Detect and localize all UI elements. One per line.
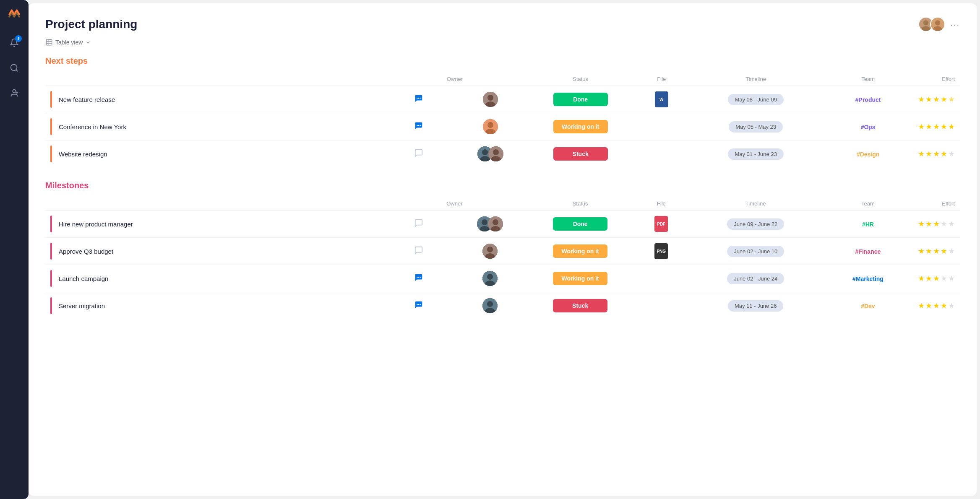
row-name: Launch campaign [59, 275, 108, 282]
star-filled: ★ [933, 301, 940, 310]
svg-point-13 [420, 97, 421, 99]
row-timeline-cell: June 02 - June 10 [688, 238, 823, 265]
section-table: Owner Status File Timeline Team Effort H… [45, 197, 960, 319]
owner-avatar-2 [488, 216, 503, 231]
timeline-pill: May 08 - June 09 [728, 94, 783, 105]
row-name: Approve Q3 budget [59, 248, 113, 255]
row-name: Hire new product manager [59, 221, 133, 228]
owner-avatars [477, 146, 503, 161]
row-effort-cell: ★★★★★ [913, 292, 960, 320]
row-owner-cell [454, 86, 526, 113]
more-options-button[interactable]: ··· [950, 20, 960, 29]
svg-point-5 [923, 20, 928, 25]
svg-point-39 [418, 276, 419, 278]
add-person-icon[interactable] [7, 86, 22, 101]
app-logo[interactable] [7, 7, 22, 22]
row-file-cell [634, 265, 688, 292]
effort-stars: ★★★★★ [918, 95, 955, 104]
row-indicator [50, 146, 52, 162]
owner-avatar [482, 298, 498, 313]
notifications-icon[interactable]: 5 [7, 35, 22, 50]
star-filled: ★ [925, 274, 932, 283]
status-badge: Done [553, 217, 607, 231]
header-actions: ··· [918, 17, 960, 32]
row-indicator [50, 216, 52, 232]
row-name: New feature release [59, 96, 115, 103]
row-name-cell: Website redesign [45, 140, 383, 168]
row-name: Server migration [59, 302, 105, 309]
row-effort-cell: ★★★★★ [913, 140, 960, 168]
file-icon: PNG [654, 243, 668, 259]
table-row: Approve Q3 budget Working on [45, 238, 960, 265]
collaborators-avatars [918, 17, 945, 32]
svg-point-12 [418, 97, 420, 99]
status-badge: Working on it [553, 272, 607, 285]
star-filled: ★ [918, 274, 925, 283]
col-header-team: Team [823, 197, 913, 211]
star-filled: ★ [941, 247, 947, 256]
row-chat-cell [383, 292, 454, 320]
star-filled: ★ [925, 149, 932, 159]
star-filled: ★ [925, 219, 932, 229]
col-header-name [45, 73, 383, 86]
chat-active-icon [414, 123, 423, 132]
effort-stars: ★★★★★ [918, 274, 955, 283]
team-tag: #Finance [855, 248, 881, 255]
svg-point-40 [420, 276, 421, 278]
svg-point-15 [487, 95, 493, 101]
chat-inactive-icon [414, 220, 423, 229]
svg-point-1 [13, 90, 16, 93]
table-row: Conference in New York [45, 113, 960, 140]
owner-avatar [483, 92, 498, 107]
row-file-cell [635, 140, 688, 168]
section-title: Milestones [45, 181, 960, 190]
row-name-cell: Conference in New York [45, 113, 383, 140]
col-header-name [45, 197, 383, 211]
row-file-cell: PNG [634, 238, 688, 265]
file-icon: W [655, 91, 668, 107]
effort-stars: ★★★★★ [918, 219, 955, 229]
timeline-pill: June 09 - June 22 [727, 218, 784, 230]
star-filled: ★ [941, 149, 947, 159]
svg-point-30 [482, 219, 487, 225]
svg-point-24 [482, 149, 488, 155]
row-team-cell: #Dev [823, 292, 913, 320]
file-icon: PDF [654, 216, 668, 232]
star-filled: ★ [925, 95, 932, 104]
svg-point-45 [418, 304, 419, 305]
row-team-cell: #Marketing [823, 265, 913, 292]
table-row: Launch campaign [45, 265, 960, 292]
status-badge: Stuck [553, 299, 607, 312]
star-filled: ★ [925, 247, 932, 256]
row-team-cell: #Finance [823, 238, 913, 265]
row-name-cell: New feature release [45, 86, 383, 113]
col-header-file: File [634, 197, 688, 211]
timeline-pill: May 01 - June 23 [728, 148, 783, 160]
row-chat-cell [383, 140, 454, 168]
effort-stars: ★★★★★ [918, 301, 955, 310]
star-filled: ★ [933, 95, 940, 104]
row-status-cell: Working on it [526, 113, 635, 140]
team-tag: #Product [855, 96, 881, 103]
main-content: Project planning [29, 3, 977, 496]
star-filled: ★ [941, 301, 947, 310]
row-status-cell: Done [526, 86, 635, 113]
team-tag: #HR [862, 221, 874, 228]
col-header-file: File [635, 73, 688, 86]
table-icon [45, 39, 53, 46]
view-toggle[interactable]: Table view [45, 39, 960, 46]
timeline-pill: May 05 - May 23 [729, 121, 783, 133]
search-icon[interactable] [7, 60, 22, 75]
star-empty: ★ [941, 274, 947, 283]
star-filled: ★ [933, 149, 940, 159]
row-timeline-cell: June 09 - June 22 [688, 211, 823, 238]
svg-point-18 [418, 125, 420, 126]
team-tag: #Design [857, 151, 879, 158]
row-status-cell: Stuck [526, 140, 635, 168]
star-filled: ★ [918, 122, 925, 131]
row-status-cell: Stuck [526, 292, 634, 320]
status-badge: Stuck [553, 147, 608, 161]
timeline-pill: June 02 - June 24 [727, 273, 784, 284]
star-filled: ★ [948, 122, 955, 131]
star-filled: ★ [918, 247, 925, 256]
